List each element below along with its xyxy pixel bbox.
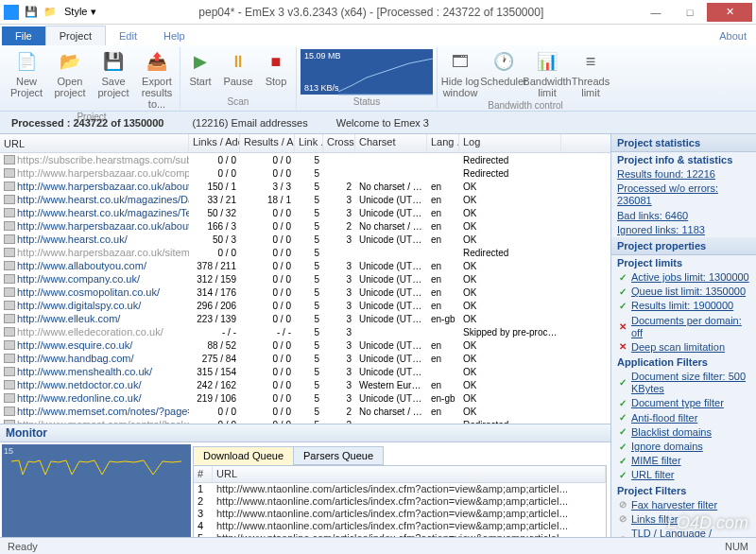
export-button[interactable]: 📤Export results to... <box>136 49 178 112</box>
maximize-button[interactable]: □ <box>673 3 707 22</box>
table-row[interactable]: http://www.company.co.uk/312 / 1590 / 05… <box>0 272 610 286</box>
scheduler-button[interactable]: 🕐Scheduler <box>483 49 524 89</box>
start-button[interactable]: ▶Start <box>182 49 218 89</box>
filter-item[interactable]: ✓URL filter <box>611 468 756 482</box>
filter-item[interactable]: ⊘Fax harvester filter <box>611 498 756 512</box>
col-results-added[interactable]: Results / Added <box>240 134 295 152</box>
filter-item[interactable]: ✓Anti-flood filter <box>611 411 756 425</box>
col-url[interactable]: URL <box>0 134 189 152</box>
link-cell: 5 <box>295 301 323 311</box>
url-cell: http://www.company.co.uk/ <box>17 273 140 285</box>
links-added-cell: 296 / 206 <box>189 301 240 311</box>
close-button[interactable]: ✕ <box>707 3 752 22</box>
minimize-button[interactable]: — <box>639 3 673 22</box>
table-row[interactable]: http://www.hearst.co.uk/50 / 30 / 053Uni… <box>0 233 610 246</box>
qcol-url[interactable]: URL <box>213 466 606 482</box>
filter-item[interactable]: ✓Blacklist domains <box>611 425 756 440</box>
links-added-cell: 0 / 0 <box>189 248 240 258</box>
queue-row[interactable]: 4http://www.ntaonline.com/articles/index… <box>194 520 606 532</box>
table-row[interactable]: http://www.memset.com/notes/?page= SSD0 … <box>0 405 610 418</box>
results-added-cell: 0 / 0 <box>240 340 295 351</box>
ribbon-group-project: 📄New Project 📂Open project 💾Save project… <box>4 47 180 109</box>
table-row[interactable]: http://www.elleuk.com/223 / 1390 / 053Un… <box>0 312 610 325</box>
tab-project[interactable]: Project <box>45 26 106 45</box>
filter-item[interactable]: ✓Queue list limit: 1350000 <box>611 285 756 299</box>
page-icon <box>4 221 15 231</box>
filter-item[interactable]: ✕Deep scan limitation <box>611 340 756 355</box>
log-cell: Redirected <box>459 248 561 258</box>
table-row[interactable]: http://www.hearst.co.uk/magazines/Terms-… <box>0 206 610 219</box>
col-cross[interactable]: Cross... <box>323 134 355 152</box>
ribbon-group-bandwidth: 🗔Hide log window 🕐Scheduler 📊Bandwidth l… <box>438 47 613 109</box>
filter-item[interactable]: ✓Document type filter <box>611 396 756 410</box>
cross-cell: 3 <box>323 234 355 245</box>
page-icon <box>4 208 15 217</box>
tab-welcome[interactable]: Welcome to Emex 3 <box>329 113 437 132</box>
col-log[interactable]: Log <box>459 134 561 152</box>
queue-num: 2 <box>198 495 216 508</box>
window-controls: — □ ✕ <box>639 3 752 22</box>
filter-item[interactable]: ✓Ignore domains <box>611 440 756 454</box>
page-icon <box>4 407 15 416</box>
links-added-cell: 0 / 0 <box>189 155 240 165</box>
filter-item[interactable]: ✓Document size filter: 500 KBytes <box>611 370 756 396</box>
tab-emails[interactable]: (12216) Email addresses <box>184 113 315 132</box>
table-row[interactable]: http://www.harpersbazaar.co.uk/competiti… <box>0 166 610 180</box>
hide-log-button[interactable]: 🗔Hide log window <box>439 49 481 100</box>
tab-parsers-queue[interactable]: Parsers Queue <box>293 446 384 465</box>
col-link[interactable]: Link ... <box>295 134 323 152</box>
tab-processed[interactable]: Processed : 243722 of 1350000 <box>4 113 171 132</box>
queue-row[interactable]: 2http://www.ntaonline.com/articles/index… <box>194 495 606 508</box>
filter-item[interactable]: ✓Results limit: 1900000 <box>611 299 756 313</box>
table-row[interactable]: http://www.cosmopolitan.co.uk/314 / 1760… <box>0 286 610 299</box>
new-project-button[interactable]: 📄New Project <box>6 49 47 100</box>
filter-item[interactable]: ⊘Links filter <box>611 512 756 527</box>
filter-item[interactable]: ✓MIME filter <box>611 454 756 468</box>
table-row[interactable]: https://subscribe.hearstmags.com/subscri… <box>0 153 610 166</box>
section-props: Project properties <box>611 237 756 255</box>
charset-cell: Unicode (UTF-8) <box>355 314 427 324</box>
table-row[interactable]: http://www.harpersbazaar.co.uk/about/con… <box>0 180 610 193</box>
table-row[interactable]: http://www.netdoctor.co.uk/242 / 1620 / … <box>0 378 610 391</box>
tab-download-queue[interactable]: Download Queue <box>193 446 294 465</box>
style-dropdown[interactable]: Style ▾ <box>60 6 100 18</box>
about-link[interactable]: About <box>710 26 756 45</box>
tab-file[interactable]: File <box>2 26 45 45</box>
table-row[interactable]: http://www.hearst.co.uk/magazines/Data-p… <box>0 193 610 206</box>
queue-url: http://www.ntaonline.com/articles/index.… <box>216 520 606 532</box>
col-charset[interactable]: Charset <box>355 134 427 152</box>
table-body[interactable]: https://subscribe.hearstmags.com/subscri… <box>0 153 610 424</box>
results-added-cell: 0 / 0 <box>240 234 295 245</box>
open-icon[interactable]: 📁 <box>42 4 59 21</box>
table-row[interactable]: http://www.redonline.co.uk/219 / 1060 / … <box>0 391 610 405</box>
save-project-button[interactable]: 💾Save project <box>93 49 134 100</box>
pause-button[interactable]: ⏸Pause <box>220 49 256 89</box>
col-lang[interactable]: Lang ... <box>427 134 459 152</box>
queue-row[interactable]: 1http://www.ntaonline.com/articles/index… <box>194 483 606 495</box>
results-added-cell: 18 / 1 <box>240 195 295 205</box>
table-row[interactable]: http://www.elledecoration.co.uk/- / -- /… <box>0 325 610 338</box>
table-row[interactable]: http://www.allaboutyou.com/378 / 2110 / … <box>0 259 610 272</box>
table-row[interactable]: http://www.menshealth.co.uk/315 / 1540 /… <box>0 365 610 378</box>
table-row[interactable]: http://www.harpersbazaar.co.uk/sitemap0 … <box>0 246 610 259</box>
queue-row[interactable]: 3http://www.ntaonline.com/articles/index… <box>194 508 606 520</box>
table-row[interactable]: http://www.esquire.co.uk/88 / 520 / 053U… <box>0 338 610 352</box>
stop-button[interactable]: ■Stop <box>258 49 294 89</box>
table-row[interactable]: http://www.digitalspy.co.uk/296 / 2060 /… <box>0 299 610 312</box>
bandwidth-limit-button[interactable]: 📊Bandwidth limit <box>526 49 568 100</box>
statusbar: Ready NUM <box>0 537 756 554</box>
table-row[interactable]: http://www.handbag.com/275 / 840 / 053Un… <box>0 352 610 365</box>
filter-item[interactable]: ✓Active jobs limit: 1300000 <box>611 270 756 285</box>
results-added-cell: 0 / 0 <box>240 407 295 417</box>
col-links-added[interactable]: Links / Added <box>189 134 240 152</box>
open-project-button[interactable]: 📂Open project <box>49 49 91 100</box>
table-row[interactable]: http://www.harpersbazaar.co.uk/about/coo… <box>0 219 610 233</box>
save-icon[interactable]: 💾 <box>23 4 40 21</box>
threads-limit-button[interactable]: ≡Threads limit <box>570 49 611 100</box>
filter-item[interactable]: ✕Documents per domain: off <box>611 314 756 340</box>
tab-edit[interactable]: Edit <box>106 26 150 45</box>
check-icon: ✓ <box>617 413 627 424</box>
qcol-num[interactable]: # <box>194 466 213 482</box>
link-cell: 5 <box>295 287 323 298</box>
tab-help[interactable]: Help <box>150 26 198 45</box>
